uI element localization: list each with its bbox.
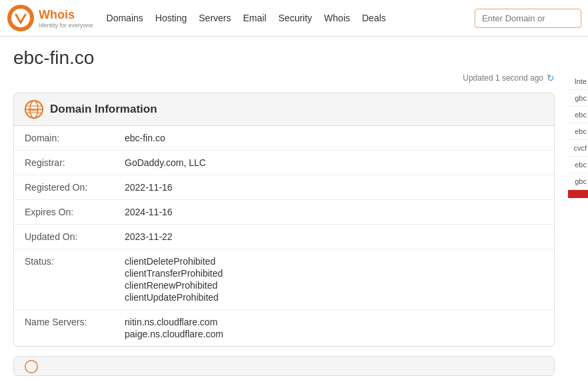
row-value: 2024-11-16 <box>114 200 554 225</box>
card-header: www Domain Information <box>14 93 554 126</box>
navbar: Whois Identity for everyone Domains Host… <box>0 0 588 37</box>
refresh-icon[interactable]: ↻ <box>547 73 555 83</box>
row-value: GoDaddy.com, LLC <box>114 151 554 175</box>
row-label: Status: <box>14 249 114 310</box>
updated-text: Updated 1 second ago <box>463 73 543 83</box>
sidebar-item-inte[interactable]: Inte <box>568 73 588 90</box>
row-label: Name Servers: <box>14 310 114 347</box>
row-value: clientDeleteProhibitedclientTransferProh… <box>114 249 554 310</box>
nav-servers[interactable]: Servers <box>199 13 231 23</box>
row-value: ebc-fin.co <box>114 126 554 151</box>
nav-links: Domains Hosting Servers Email Security W… <box>107 13 475 23</box>
second-card-header <box>14 357 554 376</box>
status-value: clientTransferProhibited <box>125 268 543 279</box>
table-row: Expires On:2024-11-16 <box>14 200 554 225</box>
logo-text-wrap: Whois Identity for everyone <box>39 8 93 29</box>
table-row: Domain:ebc-fin.co <box>14 126 554 151</box>
sidebar-item-gbc1[interactable]: gbc <box>568 90 588 107</box>
logo-name: Whois <box>39 8 93 22</box>
row-label: Updated On: <box>14 225 114 249</box>
nav-domains[interactable]: Domains <box>107 13 143 23</box>
sidebar-item-ebc2[interactable]: ebc <box>568 123 588 140</box>
nav-security[interactable]: Security <box>279 13 313 23</box>
sidebar-items: Integbcebcebccvcfebcgbc <box>568 73 588 199</box>
sidebar-item-ebc3[interactable]: ebc <box>568 157 588 173</box>
row-label: Domain: <box>14 126 114 151</box>
row-value: 2023-11-22 <box>114 225 554 249</box>
whois-logo-icon <box>7 4 35 32</box>
card-section-title: Domain Information <box>50 103 157 116</box>
info-table: Domain:ebc-fin.coRegistrar:GoDaddy.com, … <box>14 126 554 346</box>
sidebar-item-red-bar[interactable] <box>568 190 588 199</box>
svg-point-8 <box>25 360 38 373</box>
www-icon: www <box>25 100 43 119</box>
page-title: ebc-fin.co <box>13 47 555 69</box>
status-value: clientDeleteProhibited <box>125 256 543 267</box>
updated-line: Updated 1 second ago ↻ <box>13 73 555 83</box>
logo-link[interactable]: Whois Identity for everyone <box>7 4 93 32</box>
domain-info-card: www Domain Information Domain:ebc-fin.co… <box>13 93 555 347</box>
search-input[interactable] <box>475 9 581 28</box>
row-value: nitin.ns.cloudflare.compaige.ns.cloudfla… <box>114 310 554 347</box>
main-content: ebc-fin.co Updated 1 second ago ↻ www Do… <box>0 37 568 382</box>
sidebar-item-cvcf[interactable]: cvcf <box>568 140 588 157</box>
page-wrap: ebc-fin.co Updated 1 second ago ↻ www Do… <box>0 37 588 382</box>
status-value: clientRenewProhibited <box>125 280 543 291</box>
row-label: Registrar: <box>14 151 114 175</box>
sidebar-item-gbc2[interactable]: gbc <box>568 173 588 190</box>
logo-sub: Identity for everyone <box>39 22 93 29</box>
nav-whois[interactable]: Whois <box>324 13 350 23</box>
status-value: paige.ns.cloudflare.com <box>125 329 543 339</box>
row-label: Expires On: <box>14 200 114 225</box>
row-value: 2022-11-16 <box>114 175 554 200</box>
svg-text:www: www <box>27 108 37 112</box>
table-row: Status:clientDeleteProhibitedclientTrans… <box>14 249 554 310</box>
nav-deals[interactable]: Deals <box>362 13 386 23</box>
second-card <box>13 356 555 376</box>
nav-hosting[interactable]: Hosting <box>155 13 187 23</box>
table-row: Registered On:2022-11-16 <box>14 175 554 200</box>
status-value: nitin.ns.cloudflare.com <box>125 317 543 327</box>
sidebar-item-ebc1[interactable]: ebc <box>568 107 588 123</box>
table-row: Updated On:2023-11-22 <box>14 225 554 249</box>
table-row: Registrar:GoDaddy.com, LLC <box>14 151 554 175</box>
row-label: Registered On: <box>14 175 114 200</box>
status-value: clientUpdateProhibited <box>125 292 543 303</box>
table-row: Name Servers:nitin.ns.cloudflare.compaig… <box>14 310 554 347</box>
right-sidebar: Integbcebcebccvcfebcgbc <box>568 37 588 382</box>
nav-email[interactable]: Email <box>243 13 267 23</box>
second-card-icon <box>25 360 38 373</box>
